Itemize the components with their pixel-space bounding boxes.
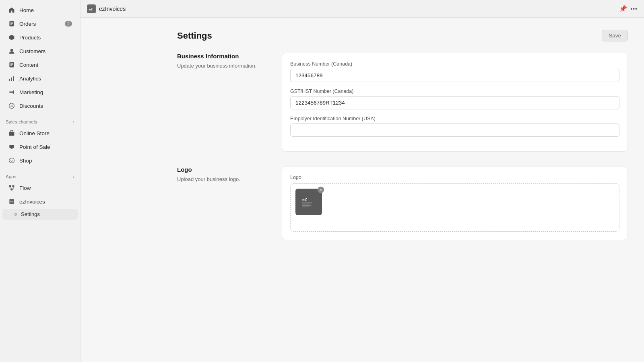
form-group-ein: Employer Identification Number (USA) (290, 116, 619, 137)
sidebar-item-products[interactable]: Products (2, 31, 78, 44)
svg-rect-23 (11, 189, 13, 191)
customers-icon (8, 47, 15, 55)
sidebar-item-label: Products (19, 35, 41, 41)
main-content: Settings Save Business Information Updat… (161, 18, 644, 362)
save-button[interactable]: Save (602, 30, 628, 41)
section-left-logo: Logo Upload your business logo. (177, 166, 266, 240)
analytics-icon (8, 75, 15, 82)
page-title: Settings (177, 31, 212, 41)
svg-rect-17 (9, 145, 14, 148)
svg-rect-5 (9, 62, 14, 68)
sidebar-item-customers[interactable]: Customers (2, 45, 78, 58)
ein-label: Employer Identification Number (USA) (290, 116, 619, 121)
sidebar: Home Orders 2 Products Customers Content… (0, 0, 80, 362)
sidebar-item-discounts[interactable]: Discounts (2, 99, 78, 112)
topbar-title: ezInvoices (99, 6, 126, 12)
sales-channels-chevron: › (73, 119, 74, 125)
orders-badge: 2 (65, 21, 72, 27)
ein-input[interactable] (290, 123, 619, 137)
gst-number-input[interactable] (290, 96, 619, 109)
sidebar-item-label: ezInvoices (19, 199, 45, 205)
ezinvoices-icon: eZ (8, 198, 15, 205)
business-info-card: Business Number (Canada) GST/HST Number … (282, 53, 628, 152)
sidebar-item-label: Point of Sale (19, 144, 50, 150)
sales-channels-label: Sales channels (6, 119, 37, 124)
logo-heading: Logo (177, 166, 266, 173)
form-group-gst: GST/HST Number (Canada) (290, 88, 619, 109)
content-icon (8, 61, 15, 68)
sidebar-item-online-store[interactable]: Online Store (2, 127, 78, 140)
svg-rect-21 (9, 185, 11, 187)
sidebar-item-marketing[interactable]: Marketing (2, 86, 78, 99)
sidebar-item-content[interactable]: Content (2, 58, 78, 71)
topbar-actions: 📌 ••• (619, 5, 638, 12)
shop-icon (8, 157, 15, 164)
topbar: eZ ezInvoices 📌 ••• (80, 0, 644, 18)
logo-preview-container: eZ × (295, 189, 322, 215)
sidebar-item-shop[interactable]: Shop (2, 154, 78, 167)
business-info-description: Update your business information. (177, 62, 266, 70)
products-icon (8, 34, 15, 41)
logo-description: Upload your business logo. (177, 175, 266, 183)
svg-rect-34 (302, 203, 312, 204)
business-number-label: Business Number (Canada) (290, 61, 619, 67)
sidebar-item-flow[interactable]: Flow (2, 181, 78, 194)
pin-icon[interactable]: 📌 (619, 5, 627, 12)
business-info-section: Business Information Update your busines… (177, 53, 628, 152)
svg-point-4 (10, 49, 13, 51)
page-header: Settings Save (177, 30, 628, 41)
svg-rect-35 (302, 204, 310, 205)
svg-rect-36 (302, 205, 311, 206)
svg-point-15 (12, 106, 13, 107)
svg-text:eZ: eZ (302, 197, 308, 202)
apps-label: Apps (6, 174, 16, 179)
apps-chevron: › (73, 174, 74, 179)
svg-text:eZ: eZ (10, 200, 13, 203)
sidebar-item-label: Marketing (19, 89, 43, 95)
apps-header[interactable]: Apps › (0, 170, 80, 181)
sidebar-item-label: Customers (19, 48, 45, 54)
discounts-icon (8, 102, 15, 109)
app-icon: eZ (87, 4, 96, 13)
logo-section: Logo Upload your business logo. Logo eZ (177, 166, 628, 240)
logo-card: Logo eZ × (282, 166, 628, 240)
flow-icon (8, 184, 15, 191)
svg-point-20 (9, 158, 14, 163)
section-left-business: Business Information Update your busines… (177, 53, 266, 152)
svg-rect-18 (10, 149, 13, 149)
point-of-sale-icon (8, 143, 15, 150)
logo-label: Logo (290, 175, 619, 180)
sidebar-item-ezinvoices[interactable]: eZ ezInvoices (2, 195, 78, 208)
home-icon (8, 6, 15, 14)
logo-preview: eZ (295, 189, 322, 215)
sidebar-item-analytics[interactable]: Analytics (2, 72, 78, 85)
svg-rect-16 (9, 132, 14, 136)
business-number-input[interactable] (290, 69, 619, 82)
sidebar-item-settings[interactable]: Settings (2, 209, 78, 220)
svg-rect-37 (302, 206, 309, 207)
form-group-business-number: Business Number (Canada) (290, 61, 619, 82)
sidebar-item-label: Shop (19, 158, 32, 164)
sidebar-item-label: Discounts (19, 103, 43, 109)
svg-rect-10 (11, 78, 12, 81)
sidebar-item-label: Flow (19, 185, 31, 191)
logo-remove-button[interactable]: × (318, 187, 324, 193)
logo-upload-area[interactable]: eZ × (290, 183, 619, 232)
gst-number-label: GST/HST Number (Canada) (290, 88, 619, 94)
orders-icon (8, 20, 15, 27)
sidebar-item-home[interactable]: Home (2, 4, 78, 16)
sidebar-item-label: Home (19, 7, 34, 13)
sidebar-item-label: Content (19, 62, 38, 68)
online-store-icon (8, 130, 15, 137)
more-icon[interactable]: ••• (630, 6, 638, 12)
svg-rect-11 (13, 76, 14, 81)
sales-channels-header[interactable]: Sales channels › (0, 115, 80, 126)
svg-rect-19 (11, 148, 12, 149)
sidebar-item-orders[interactable]: Orders 2 (2, 17, 78, 30)
svg-point-14 (11, 105, 12, 106)
sidebar-item-label: Online Store (19, 130, 50, 136)
sub-dot (14, 213, 17, 216)
sidebar-item-point-of-sale[interactable]: Point of Sale (2, 140, 78, 153)
marketing-icon (8, 88, 15, 96)
svg-rect-22 (12, 185, 14, 187)
